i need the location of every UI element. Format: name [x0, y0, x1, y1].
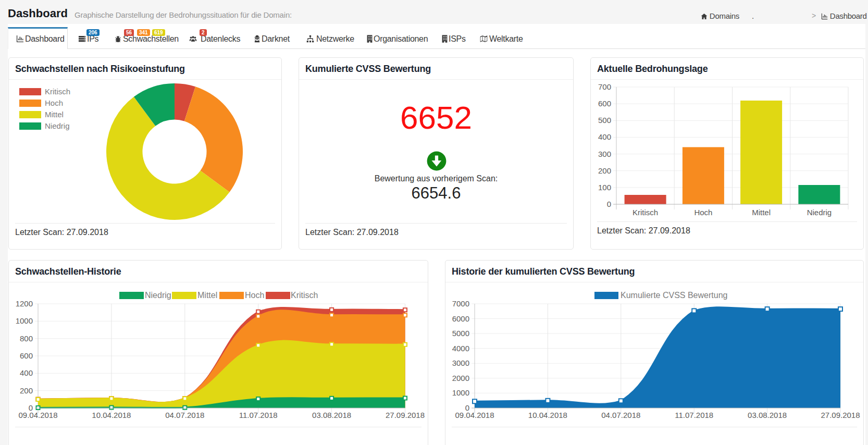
- svg-text:04.07.2018: 04.07.2018: [601, 411, 640, 419]
- svg-text:1200: 1200: [16, 299, 33, 308]
- svg-text:3000: 3000: [452, 359, 469, 367]
- svg-text:2000: 2000: [452, 374, 469, 382]
- svg-text:500: 500: [598, 116, 611, 125]
- svg-text:09.04.2018: 09.04.2018: [18, 411, 57, 419]
- svg-text:200: 200: [598, 166, 611, 175]
- svg-text:300: 300: [598, 150, 611, 158]
- svg-text:03.08.2018: 03.08.2018: [312, 411, 351, 419]
- svg-text:03.08.2018: 03.08.2018: [748, 411, 787, 419]
- svg-text:1000: 1000: [452, 388, 469, 397]
- svg-text:700: 700: [598, 82, 611, 91]
- svg-text:Niedrig: Niedrig: [807, 208, 832, 217]
- svg-text:11.07.2018: 11.07.2018: [239, 411, 278, 419]
- svg-text:4000: 4000: [452, 344, 469, 353]
- svg-text:04.07.2018: 04.07.2018: [165, 411, 204, 419]
- svg-text:Hoch: Hoch: [694, 208, 712, 217]
- svg-text:800: 800: [20, 334, 33, 343]
- svg-text:Kritisch: Kritisch: [633, 208, 658, 217]
- svg-text:6000: 6000: [452, 314, 469, 323]
- svg-text:400: 400: [20, 368, 33, 377]
- svg-text:0: 0: [607, 200, 611, 208]
- svg-text:27.09.2018: 27.09.2018: [386, 411, 425, 419]
- svg-text:27.09.2018: 27.09.2018: [821, 411, 860, 419]
- svg-text:10.04.2018: 10.04.2018: [528, 411, 567, 419]
- svg-text:600: 600: [20, 351, 33, 360]
- svg-text:11.07.2018: 11.07.2018: [675, 411, 713, 419]
- svg-text:Mittel: Mittel: [752, 208, 771, 217]
- svg-text:10.04.2018: 10.04.2018: [92, 411, 131, 419]
- svg-text:400: 400: [598, 132, 611, 141]
- svg-text:09.04.2018: 09.04.2018: [455, 411, 494, 419]
- svg-text:1000: 1000: [16, 316, 33, 325]
- svg-text:200: 200: [20, 386, 33, 395]
- svg-text:100: 100: [598, 183, 611, 192]
- svg-text:7000: 7000: [452, 299, 469, 308]
- svg-text:600: 600: [598, 99, 611, 108]
- svg-text:5000: 5000: [452, 329, 469, 338]
